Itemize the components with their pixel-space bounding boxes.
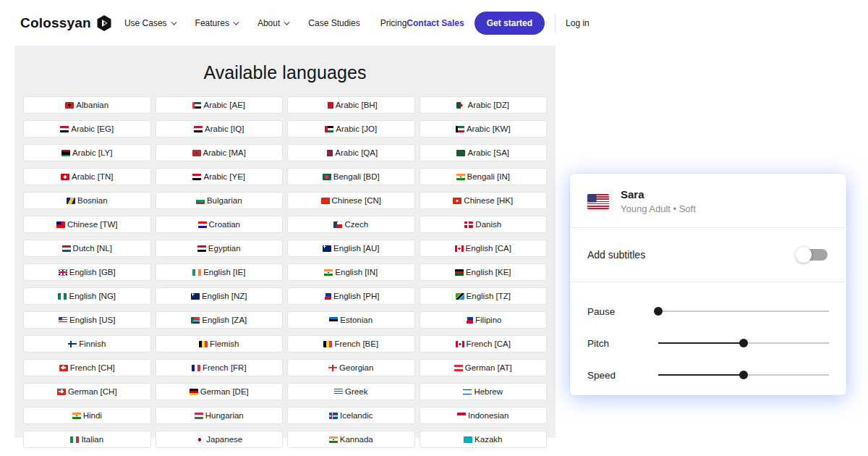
language-button[interactable]: Bengali [IN] bbox=[420, 168, 548, 185]
flag-icon bbox=[334, 389, 343, 395]
contact-sales-link[interactable]: Contact Sales bbox=[407, 18, 464, 28]
language-button[interactable]: Hindi bbox=[23, 407, 151, 424]
language-button[interactable]: Finnish bbox=[23, 335, 151, 352]
language-button[interactable]: Arabic [KW] bbox=[420, 120, 548, 138]
language-button[interactable]: English [PH] bbox=[287, 287, 415, 305]
language-button[interactable]: German [DE] bbox=[156, 383, 284, 400]
language-button[interactable]: Arabic [EG] bbox=[23, 120, 151, 138]
language-button[interactable]: Hebrew bbox=[420, 383, 548, 400]
language-button[interactable]: French [CA] bbox=[420, 335, 548, 352]
language-label: Kazakh bbox=[475, 435, 502, 444]
language-button[interactable]: Filipino bbox=[420, 311, 548, 329]
language-label: French [BE] bbox=[334, 339, 378, 348]
slider-knob[interactable] bbox=[739, 371, 748, 379]
flag-icon bbox=[192, 174, 201, 180]
language-button[interactable]: English [US] bbox=[23, 311, 151, 329]
language-button[interactable]: Kannada bbox=[287, 431, 415, 448]
nav-item-case-studies[interactable]: Case Studies bbox=[308, 18, 359, 28]
language-button[interactable]: Icelandic bbox=[287, 407, 415, 424]
language-button[interactable]: Arabic [JO] bbox=[287, 120, 415, 138]
language-label: English [IE] bbox=[203, 268, 245, 276]
flag-icon bbox=[192, 150, 201, 156]
language-button[interactable]: French [FR] bbox=[156, 359, 284, 376]
language-button[interactable]: English [AU] bbox=[287, 240, 415, 257]
language-button[interactable]: English [GB] bbox=[23, 263, 151, 281]
speed-slider[interactable] bbox=[658, 370, 829, 380]
language-button[interactable]: Japanese bbox=[156, 431, 284, 448]
language-label: Dutch [NL] bbox=[73, 244, 112, 253]
language-button[interactable]: Hungarian bbox=[156, 407, 284, 424]
language-button[interactable]: English [NG] bbox=[23, 287, 151, 305]
language-button[interactable]: Kazakh bbox=[420, 431, 548, 448]
nav-item-features[interactable]: Features bbox=[195, 18, 237, 28]
language-button[interactable]: Arabic [LY] bbox=[23, 144, 151, 161]
language-button[interactable]: Chinese [HK] bbox=[420, 192, 548, 209]
language-button[interactable]: Greek bbox=[287, 383, 415, 400]
language-label: Arabic [KW] bbox=[467, 124, 511, 133]
language-label: Egyptian bbox=[208, 244, 241, 253]
language-button[interactable]: Albanian bbox=[23, 96, 151, 114]
toggle-knob bbox=[796, 247, 812, 263]
get-started-button[interactable]: Get started bbox=[475, 12, 545, 35]
language-button[interactable]: English [IN] bbox=[287, 263, 415, 281]
language-button[interactable]: French [CH] bbox=[23, 359, 151, 376]
language-button[interactable]: German [AT] bbox=[420, 359, 548, 376]
language-button[interactable]: Danish bbox=[420, 216, 548, 233]
language-button[interactable]: Flemish bbox=[156, 335, 284, 352]
language-button[interactable]: French [BE] bbox=[287, 335, 415, 352]
language-button[interactable]: Estonian bbox=[287, 311, 415, 329]
language-button[interactable]: Arabic [SA] bbox=[420, 144, 548, 161]
flag-icon bbox=[453, 198, 461, 204]
language-button[interactable]: English [NZ] bbox=[156, 287, 284, 305]
voice-selector[interactable]: Sara Young Adult • Soft bbox=[570, 174, 846, 227]
language-button[interactable]: Arabic [AE] bbox=[156, 96, 284, 114]
language-button[interactable]: English [TZ] bbox=[420, 287, 548, 305]
language-button[interactable]: Arabic [BH] bbox=[287, 96, 415, 114]
language-button[interactable]: Croatian bbox=[156, 216, 284, 233]
language-button[interactable]: English [KE] bbox=[420, 263, 548, 281]
add-subtitles-toggle[interactable] bbox=[796, 247, 829, 263]
flag-icon bbox=[464, 221, 473, 228]
language-button[interactable]: Bulgarian bbox=[156, 192, 284, 209]
pause-slider[interactable] bbox=[658, 306, 829, 316]
flag-icon bbox=[329, 436, 338, 443]
language-button[interactable]: German [CH] bbox=[23, 383, 151, 400]
language-button[interactable]: Chinese [CN] bbox=[287, 192, 415, 209]
language-label: Bengali [IN] bbox=[467, 172, 510, 181]
language-button[interactable]: Bengali [BD] bbox=[287, 168, 415, 185]
language-button[interactable]: Italian bbox=[23, 431, 151, 448]
language-label: English [PH] bbox=[333, 292, 379, 300]
nav-item-use-cases[interactable]: Use Cases bbox=[124, 18, 175, 28]
language-button[interactable]: Arabic [TN] bbox=[23, 168, 151, 185]
language-label: Hungarian bbox=[205, 411, 244, 420]
language-button[interactable]: English [ZA] bbox=[156, 311, 284, 329]
login-link[interactable]: Log in bbox=[566, 18, 590, 28]
language-label: Arabic [BH] bbox=[336, 101, 378, 109]
language-button[interactable]: Arabic [IQ] bbox=[156, 120, 284, 138]
language-button[interactable]: Arabic [MA] bbox=[156, 144, 284, 161]
flag-icon bbox=[70, 436, 79, 443]
language-button[interactable]: Georgian bbox=[287, 359, 415, 376]
language-button[interactable]: Chinese [TW] bbox=[23, 216, 151, 233]
language-button[interactable]: Dutch [NL] bbox=[23, 240, 151, 257]
language-button[interactable]: English [CA] bbox=[420, 240, 548, 257]
chevron-down-icon bbox=[171, 19, 176, 25]
colossyan-logo[interactable]: Colossyan bbox=[20, 14, 113, 32]
language-button[interactable]: Arabic [YE] bbox=[156, 168, 284, 185]
slider-knob[interactable] bbox=[654, 307, 663, 316]
nav-item-about[interactable]: About bbox=[258, 18, 288, 28]
language-button[interactable]: Egyptian bbox=[156, 240, 284, 257]
nav-item-pricing[interactable]: Pricing bbox=[380, 18, 407, 28]
language-label: Arabic [SA] bbox=[467, 148, 509, 157]
language-button[interactable]: Indonesian bbox=[420, 407, 548, 424]
slider-knob[interactable] bbox=[739, 339, 748, 347]
language-button[interactable]: English [IE] bbox=[156, 263, 284, 281]
flag-icon bbox=[329, 413, 338, 419]
language-button[interactable]: Czech bbox=[287, 216, 415, 233]
language-label: English [NZ] bbox=[202, 292, 247, 300]
language-label: Kannada bbox=[340, 435, 373, 444]
pitch-slider[interactable] bbox=[658, 338, 829, 348]
language-button[interactable]: Bosnian bbox=[23, 192, 151, 209]
language-button[interactable]: Arabic [DZ] bbox=[420, 96, 548, 114]
language-button[interactable]: Arabic [QA] bbox=[287, 144, 415, 161]
